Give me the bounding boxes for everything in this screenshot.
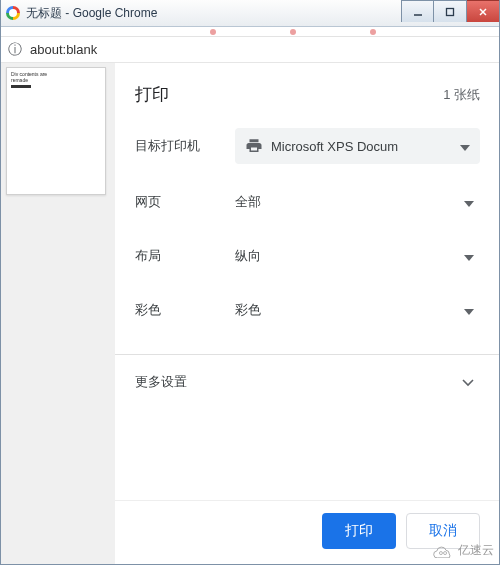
svg-point-4 bbox=[439, 551, 442, 554]
svg-point-5 bbox=[444, 551, 447, 554]
chevron-down-icon bbox=[464, 193, 474, 211]
chevron-down-icon bbox=[460, 137, 470, 155]
maximize-button[interactable] bbox=[434, 0, 467, 22]
destination-value: Microsoft XPS Docum bbox=[271, 139, 460, 154]
color-row: 彩色 彩色 bbox=[135, 294, 480, 326]
chevron-down-icon bbox=[464, 301, 474, 319]
address-bar[interactable]: ⓘ about:blank bbox=[0, 37, 500, 63]
more-settings-label: 更多设置 bbox=[135, 373, 462, 391]
watermark: 亿速云 bbox=[432, 542, 494, 559]
print-title: 打印 bbox=[135, 83, 169, 106]
tab-strip bbox=[0, 27, 500, 37]
print-settings-panel: 打印 1 张纸 目标打印机 Microsoft XPS Docum 网页 bbox=[115, 63, 500, 565]
window-title: 无标题 - Google Chrome bbox=[26, 5, 157, 22]
print-header: 打印 1 张纸 bbox=[135, 83, 480, 106]
pages-label: 网页 bbox=[135, 193, 235, 211]
destination-row: 目标打印机 Microsoft XPS Docum bbox=[135, 128, 480, 164]
preview-text-line: remade bbox=[11, 78, 101, 84]
chevron-down-icon bbox=[464, 247, 474, 265]
more-settings-toggle[interactable]: 更多设置 bbox=[135, 355, 480, 409]
destination-label: 目标打印机 bbox=[135, 137, 235, 155]
preview-column: Div contents are remade bbox=[0, 63, 115, 565]
print-dialog: Div contents are remade 打印 1 张纸 目标打印机 Mi… bbox=[0, 63, 500, 565]
cloud-icon bbox=[432, 544, 454, 558]
preview-bar bbox=[11, 85, 31, 88]
page-count: 1 张纸 bbox=[443, 86, 480, 104]
close-button[interactable] bbox=[467, 0, 500, 22]
layout-value: 纵向 bbox=[235, 247, 464, 265]
printer-icon bbox=[245, 137, 263, 155]
print-button-label: 打印 bbox=[345, 522, 373, 540]
color-select[interactable]: 彩色 bbox=[235, 294, 480, 326]
layout-select[interactable]: 纵向 bbox=[235, 240, 480, 272]
pages-row: 网页 全部 bbox=[135, 186, 480, 218]
svg-rect-1 bbox=[447, 8, 454, 15]
url-text: about:blank bbox=[30, 42, 97, 57]
cancel-button-label: 取消 bbox=[429, 522, 457, 540]
chrome-icon bbox=[6, 6, 20, 20]
pages-select[interactable]: 全部 bbox=[235, 186, 480, 218]
tab-indicator bbox=[290, 29, 296, 35]
layout-row: 布局 纵向 bbox=[135, 240, 480, 272]
destination-select[interactable]: Microsoft XPS Docum bbox=[235, 128, 480, 164]
print-button[interactable]: 打印 bbox=[322, 513, 396, 549]
layout-label: 布局 bbox=[135, 247, 235, 265]
chevron-down-icon bbox=[462, 373, 474, 391]
tab-indicator bbox=[210, 29, 216, 35]
info-icon[interactable]: ⓘ bbox=[8, 41, 22, 59]
pages-value: 全部 bbox=[235, 193, 464, 211]
watermark-text: 亿速云 bbox=[458, 542, 494, 559]
preview-page[interactable]: Div contents are remade bbox=[6, 67, 106, 195]
window-titlebar: 无标题 - Google Chrome bbox=[0, 0, 500, 27]
minimize-button[interactable] bbox=[401, 0, 434, 22]
window-controls bbox=[401, 0, 500, 26]
color-value: 彩色 bbox=[235, 301, 464, 319]
tab-indicator bbox=[370, 29, 376, 35]
color-label: 彩色 bbox=[135, 301, 235, 319]
